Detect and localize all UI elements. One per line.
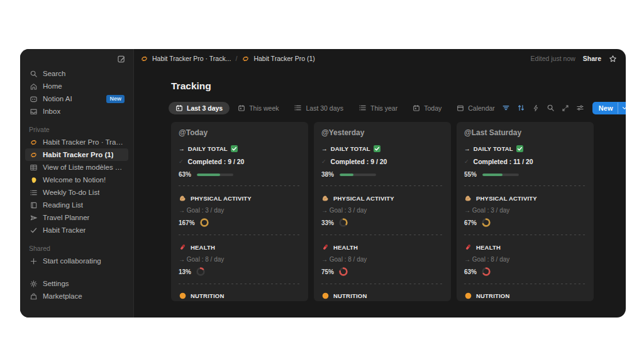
tune-icon[interactable] <box>576 104 584 112</box>
habit-section-name: NUTRITION <box>191 292 225 299</box>
view-tab-calendar[interactable]: Calendar <box>450 102 502 114</box>
completed-row: ✓ Completed : 9 / 20 <box>321 158 443 165</box>
sidebar-item-marketplace[interactable]: Marketplace <box>25 290 128 302</box>
sidebar-item[interactable]: Habit Tracker <box>25 224 128 236</box>
dashed-divider <box>464 235 586 235</box>
progress-bar <box>482 174 519 176</box>
completed-row: ✓ Completed : 11 / 20 <box>464 158 586 165</box>
habit-section-title: PHYSICAL ACTIVITY <box>179 194 301 202</box>
habit-section-title: PHYSICAL ACTIVITY <box>464 194 586 202</box>
sidebar-item-search[interactable]: Search <box>25 67 128 80</box>
habit-section-title: NUTRITION <box>179 292 301 299</box>
habit-percent: 13% <box>179 268 191 275</box>
sidebar-item[interactable]: View of Liste modèles Notion (E... <box>25 161 128 174</box>
sidebar-item[interactable]: Habit Tracker Pro (1) <box>25 148 128 161</box>
habit-section-name: HEALTH <box>191 244 215 251</box>
progress-ring <box>482 267 491 276</box>
habit-section-title: HEALTH <box>179 243 301 251</box>
habit-percent: 67% <box>464 219 477 226</box>
breadcrumb: Habit Tracker Pro · Track.../Habit Track… <box>140 55 315 63</box>
calendar-alt-icon <box>457 104 464 112</box>
orange-dot-icon <box>321 292 329 299</box>
daily-percent: 38% <box>321 171 334 178</box>
search-icon[interactable] <box>547 104 555 112</box>
sidebar-item-label: Habit Tracker Pro · Tracking habits <box>43 138 125 146</box>
notion-ai-icon <box>29 95 38 103</box>
breadcrumb-item[interactable]: Habit Tracker Pro (1) <box>242 55 314 63</box>
progress-ring <box>339 218 348 227</box>
breadcrumb-label: Habit Tracker Pro (1) <box>253 55 314 62</box>
new-badge: New <box>106 95 125 103</box>
view-tab-label: Calendar <box>468 104 495 112</box>
toolbar-icons <box>502 104 584 112</box>
breadcrumb-item[interactable]: Habit Tracker Pro · Track... <box>140 55 231 63</box>
board-column-card[interactable]: @Last Saturday → DAILY TOTAL ✓ Completed… <box>457 122 594 301</box>
lightning-icon[interactable] <box>532 104 540 112</box>
favorite-star-icon[interactable] <box>609 55 617 63</box>
dashed-divider <box>321 185 443 186</box>
view-bar: Last 3 daysThis weekLast 30 daysThis yea… <box>169 101 617 114</box>
sidebar-item-settings[interactable]: Settings <box>25 277 128 290</box>
sidebar: SearchHomeNotion AINewInbox PrivateHabit… <box>20 49 134 318</box>
habit-section-title: NUTRITION <box>464 292 586 299</box>
habit-section-title: HEALTH <box>321 243 443 251</box>
progress-ring <box>200 218 209 227</box>
calendar-icon <box>413 104 420 112</box>
sidebar-item-label: Welcome to Notion! <box>43 176 106 184</box>
column-title: @Yesterday <box>321 128 443 137</box>
sidebar-item[interactable]: Weekly To-do List <box>25 186 128 199</box>
habit-logo-icon <box>29 138 38 146</box>
view-tab-last-30-days[interactable]: Last 30 days <box>287 101 350 114</box>
sort-icon[interactable] <box>517 104 525 112</box>
habit-section-name: NUTRITION <box>476 292 510 299</box>
progress-ring <box>339 267 348 276</box>
breadcrumb-label: Habit Tracker Pro · Track... <box>152 55 231 62</box>
new-button-label[interactable]: New <box>592 102 618 114</box>
view-tab-today[interactable]: Today <box>406 102 448 114</box>
sidebar-item[interactable]: Start collaborating <box>25 255 128 267</box>
sidebar-item[interactable]: Welcome to Notion! <box>25 174 128 186</box>
compose-icon[interactable] <box>117 55 126 64</box>
habit-goal: → Goal : 3 / day <box>321 207 443 214</box>
board-column-card[interactable]: @Today → DAILY TOTAL ✓ Completed : 9 / 2… <box>171 122 308 301</box>
book-icon <box>29 201 38 209</box>
list-icon <box>358 104 367 112</box>
daily-percent-row: 63% <box>179 171 301 178</box>
habit-percent-row: 75% <box>321 267 443 276</box>
pill-icon <box>321 243 329 251</box>
chevron-down-icon[interactable] <box>618 102 626 114</box>
sidebar-item-label: Notion AI <box>43 95 72 102</box>
pill-icon <box>464 243 472 251</box>
sidebar-item-inbox[interactable]: Inbox <box>25 105 128 118</box>
habit-section-title: HEALTH <box>464 243 586 251</box>
notion-window: SearchHomeNotion AINewInbox PrivateHabit… <box>20 49 626 318</box>
view-tab-last-3-days[interactable]: Last 3 days <box>169 102 230 114</box>
sidebar-item-notion-ai[interactable]: Notion AINew <box>25 92 128 105</box>
filter-icon[interactable] <box>502 104 510 112</box>
share-button[interactable]: Share <box>583 55 601 62</box>
view-tab-this-year[interactable]: This year <box>352 101 404 114</box>
board-column-card[interactable]: @Yesterday → DAILY TOTAL ✓ Completed : 9… <box>314 122 451 301</box>
daily-total-row: → DAILY TOTAL <box>321 145 443 152</box>
view-toolbar: New <box>502 102 626 114</box>
dashed-divider <box>464 185 586 186</box>
dashed-divider <box>321 235 443 235</box>
bag-icon <box>29 292 38 301</box>
sidebar-item-label: Weekly To-do List <box>43 189 99 196</box>
plus-icon <box>29 257 38 265</box>
sidebar-item-home[interactable]: Home <box>25 80 128 92</box>
sidebar-item[interactable]: Travel Planner <box>25 211 128 224</box>
sidebar-item[interactable]: Reading List <box>25 199 128 211</box>
edited-status: Edited just now <box>531 55 575 62</box>
expand-icon[interactable] <box>562 104 569 112</box>
sidebar-item[interactable]: Habit Tracker Pro · Tracking habits <box>25 136 128 148</box>
habit-section-name: HEALTH <box>333 244 358 251</box>
habit-section-name: PHYSICAL ACTIVITY <box>333 195 394 202</box>
sidebar-section-label: Private <box>29 126 125 133</box>
arrow-icon: → <box>464 145 470 152</box>
new-button[interactable]: New <box>592 102 626 114</box>
column-title: @Last Saturday <box>464 128 586 137</box>
daily-total-label: DAILY TOTAL <box>331 145 370 152</box>
breadcrumb-separator: / <box>235 55 237 62</box>
view-tab-this-week[interactable]: This week <box>231 102 286 114</box>
